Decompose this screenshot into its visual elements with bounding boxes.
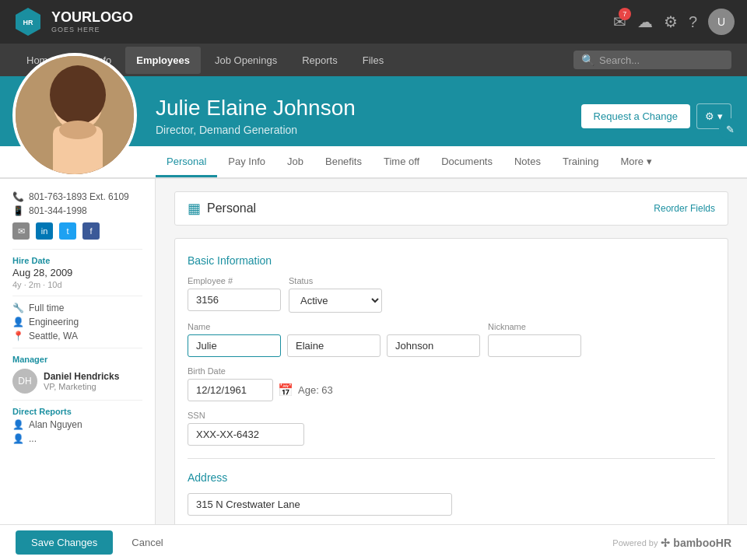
tab-job[interactable]: Job [276, 148, 314, 177]
tab-benefits[interactable]: Benefits [314, 148, 373, 177]
facebook-link[interactable]: f [82, 222, 100, 240]
birth-date-input[interactable] [188, 379, 273, 401]
user-avatar[interactable]: U [708, 9, 735, 35]
middle-name-input[interactable] [287, 334, 381, 357]
tab-training[interactable]: Training [552, 148, 609, 177]
name-group: Name [188, 322, 480, 357]
manager-item: DH Daniel Hendricks VP, Marketing [12, 369, 142, 394]
help-icon[interactable]: ? [689, 13, 697, 31]
status-label: Status [289, 276, 382, 285]
employment-type: 🔧 Full time [12, 303, 142, 313]
mobile-icon: 📱 [12, 205, 24, 216]
tab-timeoff[interactable]: Time off [373, 148, 430, 177]
section-title-text: Personal [207, 201, 256, 215]
direct-report-2: 👤 ... [12, 433, 142, 444]
employee-num-label: Employee # [188, 276, 281, 285]
main-content: ▦ Personal Reorder Fields Basic Informat… [156, 179, 747, 524]
nav-employees[interactable]: Employees [125, 47, 201, 74]
person-icon-1: 👤 [12, 419, 24, 430]
search-input[interactable] [599, 54, 724, 66]
manager-name: Daniel Hendricks [44, 371, 119, 382]
birth-date-group: Birth Date 📅 Age: 63 [188, 366, 333, 401]
hire-duration: 4y · 2m · 10d [12, 280, 142, 289]
person-icon-2: 👤 [12, 433, 24, 444]
logo-name: YOURLOGO [51, 9, 133, 25]
street1-group [188, 493, 715, 516]
tab-personal[interactable]: Personal [156, 148, 217, 177]
tab-notes[interactable]: Notes [503, 148, 552, 177]
email-link[interactable]: ✉ [12, 222, 30, 240]
logo-sub: GOES HERE [51, 26, 133, 34]
tab-more[interactable]: More ▾ [609, 148, 662, 177]
social-links: ✉ in t f [12, 222, 142, 240]
search-icon: 🔍 [581, 54, 594, 66]
sidebar: 📞 801-763-1893 Ext. 6109 📱 801-344-1998 … [0, 179, 156, 524]
address-title: Address [188, 471, 715, 484]
location-icon: 📍 [12, 331, 24, 341]
profile-photo [12, 53, 137, 177]
street1-input[interactable] [188, 493, 452, 516]
sidebar-phone-mobile: 📱 801-344-1998 [12, 205, 142, 216]
nav-reports[interactable]: Reports [291, 47, 349, 74]
settings-icon[interactable]: ⚙ [664, 12, 678, 31]
phone-icon: 📞 [12, 191, 24, 202]
basic-info-title: Basic Information [188, 254, 715, 267]
footer-actions: Save Changes Cancel [16, 530, 174, 555]
logo-icon: HR [12, 6, 44, 37]
manager-role: VP, Marketing [44, 382, 119, 391]
powered-by: Powered by ✢ bambooHR [612, 537, 731, 549]
nickname-input[interactable] [488, 334, 581, 357]
location: 📍 Seattle, WA [12, 331, 142, 341]
first-name-input[interactable] [188, 334, 281, 357]
employee-num-input[interactable] [188, 289, 281, 311]
save-changes-button[interactable]: Save Changes [16, 530, 113, 555]
svg-text:HR: HR [23, 19, 33, 26]
department: 👤 Engineering [12, 317, 142, 327]
employee-name: Julie Elaine Johnson [156, 96, 356, 121]
direct-report-1: 👤 Alan Nguyen [12, 419, 142, 430]
ssn-group: SSN [188, 411, 304, 446]
name-label: Name [188, 322, 480, 331]
ssn-input[interactable] [188, 423, 304, 446]
sidebar-phone-office: 📞 801-763-1893 Ext. 6109 [12, 191, 142, 202]
manager-avatar: DH [12, 369, 37, 394]
last-name-input[interactable] [387, 334, 480, 357]
footer: Save Changes Cancel Powered by ✢ bambooH… [0, 524, 747, 560]
bamboohr-logo: ✢ bambooHR [661, 537, 731, 549]
cloud-icon[interactable]: ☁ [637, 12, 653, 31]
fulltime-icon: 🔧 [12, 303, 24, 313]
ssn-label: SSN [188, 411, 304, 420]
dropdown-arrow-icon: ▾ [717, 110, 723, 122]
status-select[interactable]: Active Inactive [289, 289, 382, 313]
tab-payinfo[interactable]: Pay Info [217, 148, 276, 177]
svg-point-6 [59, 121, 96, 139]
employee-num-group: Employee # [188, 276, 281, 311]
reorder-fields-link[interactable]: Reorder Fields [654, 203, 715, 214]
birth-date-label: Birth Date [188, 366, 333, 376]
status-group: Status Active Inactive [289, 276, 382, 313]
cancel-button[interactable]: Cancel [121, 530, 174, 555]
edit-avatar-button[interactable]: ✎ [719, 118, 741, 140]
request-change-button[interactable]: Request a Change [581, 104, 690, 128]
direct-reports-label: Direct Reports [12, 407, 142, 416]
notification-badge: 7 [619, 8, 631, 20]
hire-date-value: Aug 28, 2009 [12, 267, 142, 278]
calendar-icon[interactable]: 📅 [278, 383, 293, 397]
nav-jobopenings[interactable]: Job Openings [204, 47, 288, 74]
employee-title: Director, Demand Generation [156, 124, 356, 136]
nav-files[interactable]: Files [352, 47, 395, 74]
section-grid-icon: ▦ [188, 200, 201, 217]
search-box: 🔍 [573, 51, 731, 69]
hire-date-label: Hire Date [12, 256, 142, 265]
tab-documents[interactable]: Documents [430, 148, 503, 177]
manager-label: Manager [12, 355, 142, 364]
gear-icon: ⚙ [705, 110, 714, 122]
section-header: ▦ Personal Reorder Fields [174, 191, 728, 226]
age-display: Age: 63 [298, 384, 333, 396]
linkedin-link[interactable]: in [36, 222, 53, 240]
notifications-icon[interactable]: ✉ 7 [613, 12, 626, 31]
dept-icon: 👤 [12, 317, 24, 327]
svg-point-4 [50, 65, 106, 124]
logo-area: HR YOURLOGO GOES HERE [12, 6, 133, 37]
twitter-link[interactable]: t [59, 222, 76, 240]
